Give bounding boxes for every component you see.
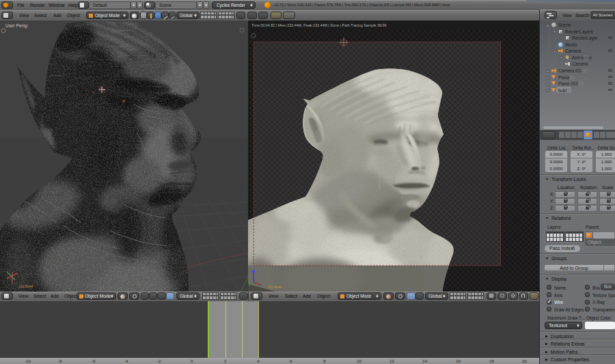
svg-text:(1) bust: (1) bust [268, 285, 282, 289]
svg-text:(1) bust: (1) bust [19, 284, 33, 288]
svg-text:User Persp: User Persp [5, 23, 28, 29]
